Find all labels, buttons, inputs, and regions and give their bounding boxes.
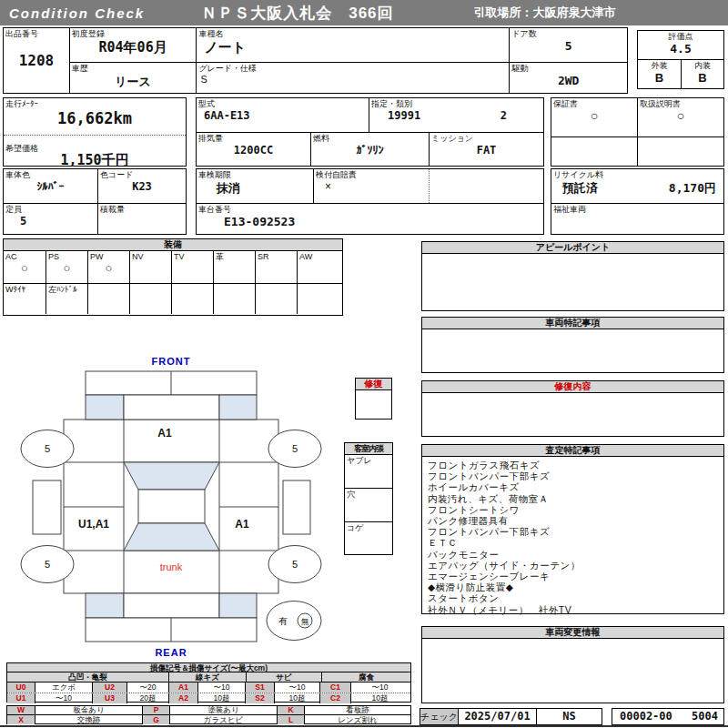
legend-group: 線キズ: [168, 672, 246, 682]
change-info-title: 車両変更情報: [422, 627, 723, 639]
odometer-label: 走行ﾒｰﾀｰ: [4, 98, 186, 109]
transmission-label: ミッション: [430, 133, 543, 144]
insurance-mark: ×: [314, 180, 429, 193]
documents-table: 保証書 ○ 取扱説明書 ○: [551, 97, 724, 167]
odometer-cell: 走行ﾒｰﾀｰ 16,662km: [4, 98, 186, 136]
legend-code: S1: [245, 682, 274, 693]
equipment-mark: ○: [88, 262, 129, 274]
legend-desc: 20超: [126, 693, 168, 703]
model-code-cell: 型式 6AA-E13: [197, 98, 369, 132]
legend-code: U0: [7, 682, 35, 693]
class-label: 指定・類別: [369, 98, 543, 109]
rear-window: [124, 523, 219, 551]
legend-group: 腐食: [321, 672, 410, 682]
check-inspector: NS: [536, 709, 602, 724]
assessment-note: エアバッグ（サイド・カーテン）: [428, 560, 718, 571]
chassis-value: E13-092523: [197, 215, 543, 228]
assessment-panel: 査定特記事項 フロントガラス飛石キズ フロントバンパー下部キズ ホイールカバーキ…: [421, 444, 724, 614]
front-label: FRONT: [152, 356, 191, 367]
model-name-cell: 車種名 ノート: [197, 28, 509, 62]
legend-code: L: [277, 715, 304, 724]
tire-depth-rear-right: 5: [292, 559, 298, 570]
doc-number: 00002-00: [620, 709, 672, 724]
body-color-cell: 車体色 ｼﾙﾊﾞｰ: [4, 169, 97, 203]
body-color-label: 車体色: [4, 169, 97, 180]
equipment-note: 左ﾊﾝﾄﾞﾙ: [46, 284, 87, 295]
assessment-note: ＥＴＣ: [428, 537, 718, 548]
rear-label: REAR: [155, 647, 187, 658]
displacement-label: 排気量: [197, 133, 310, 144]
check-date: 2025/07/01: [458, 709, 536, 724]
legend-desc: 10超: [274, 693, 319, 703]
legend-code: U2: [92, 682, 126, 693]
spare-none-label: 無: [301, 617, 309, 626]
special-notes-panel: 車両特記事項: [421, 317, 724, 373]
legend-desc: 〜10: [197, 682, 245, 693]
score-label: 評価点: [638, 31, 723, 42]
capacity-label: 定員: [4, 204, 97, 215]
doors-cell: ドア数 5: [510, 28, 627, 62]
warranty-cell: 保証書 ○: [551, 98, 637, 136]
page-bottom-rule: [0, 725, 728, 727]
assessment-note: フロントガラス飛石キズ: [428, 460, 718, 470]
special-notes-title: 車両特記事項: [422, 318, 723, 329]
check-label: チェック: [420, 709, 458, 724]
check-table: チェック 2025/07/01 NS: [420, 708, 602, 725]
condition-check-logo: Condition Check: [9, 5, 145, 21]
color-code-label: 色コード: [98, 169, 186, 180]
fuel-cell: 燃料 ｶﾞｿﾘﾝ: [310, 133, 429, 166]
displacement-value: 1200CC: [197, 144, 310, 157]
load-cell: 積載量: [97, 204, 186, 234]
legend-desc: 〜10: [35, 693, 92, 703]
damage-mark-left: U1,A1: [78, 518, 109, 531]
repair-detail-title: 修復内容: [422, 381, 723, 393]
score-cell: 評価点 4.5: [638, 31, 723, 59]
equipment-label: TV: [172, 251, 213, 262]
assessment-note: ホイールカバーキズ: [428, 481, 718, 492]
legend-desc: 塗装あり: [169, 706, 277, 714]
equipment-mark: ○: [4, 262, 46, 274]
body-color-value: ｼﾙﾊﾞｰ: [4, 180, 97, 193]
first-registration-cell: 初度登録 R04年06月: [70, 28, 197, 62]
odometer-value: 16,662km: [4, 109, 186, 127]
assessment-note: フロントバンパー下部キズ: [428, 470, 718, 481]
manual-mark: ○: [638, 109, 723, 122]
header-bar: Condition Check ＮＰＳ大阪入札会 366回 引取場所：大阪府泉大…: [0, 0, 728, 25]
legend-code: U1: [7, 693, 35, 703]
legend-code: C2: [319, 693, 350, 703]
pickup-location: 引取場所：大阪府泉大津市: [474, 5, 616, 21]
class-number2-value: 2: [500, 109, 507, 122]
tire-depth-front-right: 5: [292, 443, 298, 454]
equipment-label: AW: [298, 251, 340, 262]
inspection-cell: 車検期限 抹消: [197, 169, 313, 203]
front-left-corner: [86, 395, 124, 420]
legend-desc: レンズ割れ: [304, 715, 410, 724]
legend-code: K: [277, 706, 304, 714]
repair-box-title: 修復: [356, 379, 391, 390]
grade-label: グレード・仕様: [197, 63, 509, 74]
trunk-label: trunk: [160, 561, 183, 572]
inspection-value: 抹消: [197, 180, 313, 197]
assessment-note: フロントシートシワ: [428, 504, 718, 515]
color-code-value: K23: [98, 180, 186, 193]
assessment-note: ◆横滑り防止装置◆: [428, 581, 718, 592]
left-mirror: [33, 480, 61, 534]
inspection-label: 車検期限: [197, 169, 313, 180]
legend-code: A2: [168, 693, 197, 703]
legend-desc: エクボ: [35, 682, 92, 693]
legend-code: S2: [245, 693, 274, 703]
doors-label: ドア数: [510, 28, 627, 39]
chassis-label: 車台番号: [197, 204, 543, 215]
lot-number-label: 出品番号: [4, 28, 69, 39]
doors-value: 5: [510, 39, 627, 53]
cabin-lining-title: 客室内張: [345, 443, 392, 455]
legend-code: A1: [168, 682, 197, 693]
model-code-label: 型式: [197, 98, 369, 109]
damage-legend-table: 損傷記号＆損傷サイズ(〜最大cm) 凸凹・亀裂 線キズ サビ 腐食 U0 エクボ…: [6, 662, 411, 703]
exterior-grade-cell: 外装 B: [638, 60, 681, 88]
recycle-table: リサイクル料 預託済 8,170円 福祉車両: [551, 168, 724, 235]
vehicle-main-table: 出品番号 1208 初度登録 R04年06月 車歴 リース 車種名 ノート グレ…: [3, 27, 628, 94]
car-diagram: FRONT REAR 5 5 5 5 A1 U1,A1 A1 trunk 有 無: [16, 355, 335, 660]
first-registration-value: R04年06月: [70, 39, 197, 56]
transmission-value: FAT: [430, 144, 543, 157]
